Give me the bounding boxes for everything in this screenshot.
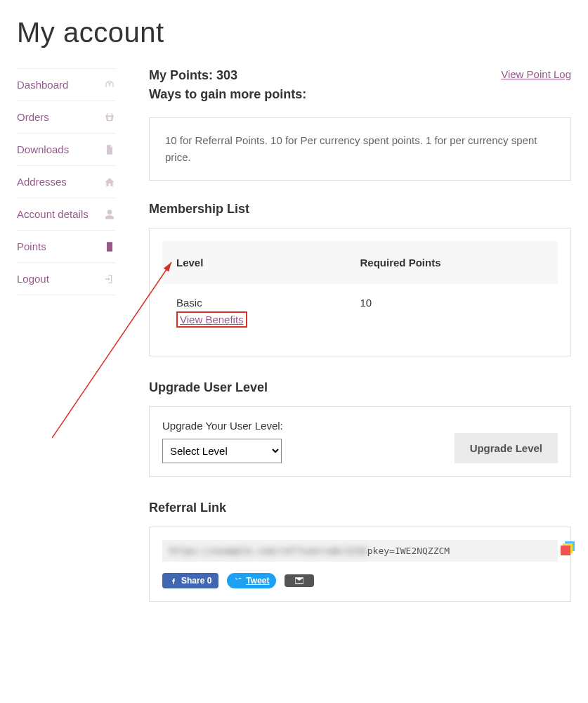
sidebar-item-account-details[interactable]: Account details bbox=[17, 198, 115, 230]
envelope-icon bbox=[294, 577, 304, 584]
sidebar-item-logout[interactable]: Logout bbox=[17, 262, 115, 295]
user-icon bbox=[104, 209, 115, 220]
basket-icon bbox=[104, 112, 115, 123]
referral-heading: Referral Link bbox=[149, 501, 571, 515]
level-select[interactable]: Select Level bbox=[162, 439, 282, 463]
twitter-tweet-button[interactable]: Tweet bbox=[227, 573, 276, 588]
sidebar-item-label: Points bbox=[17, 240, 46, 252]
required-points-value: 10 bbox=[360, 297, 544, 328]
upgrade-label: Upgrade Your User Level: bbox=[162, 420, 283, 432]
view-point-log-link[interactable]: View Point Log bbox=[501, 68, 571, 80]
sidebar-item-label: Orders bbox=[17, 111, 49, 123]
sidebar-item-orders[interactable]: Orders bbox=[17, 101, 115, 133]
col-level: Level bbox=[176, 257, 360, 269]
page-title: My account bbox=[17, 17, 571, 49]
referral-visible: pkey=IWE2NQZZCM bbox=[367, 546, 450, 556]
sidebar-item-label: Addresses bbox=[17, 176, 67, 188]
document-icon bbox=[104, 241, 115, 252]
view-benefits-link[interactable]: View Benefits bbox=[176, 311, 247, 328]
sidebar-item-label: Downloads bbox=[17, 143, 69, 155]
upgrade-heading: Upgrade User Level bbox=[149, 380, 571, 395]
sidebar-item-dashboard[interactable]: Dashboard bbox=[17, 68, 115, 101]
facebook-share-button[interactable]: Share 0 bbox=[162, 573, 218, 588]
level-name: Basic bbox=[176, 297, 360, 309]
referral-blurred: https://example.com/ref?user=abc123& bbox=[169, 546, 367, 556]
upgrade-card: Upgrade Your User Level: Select Level Up… bbox=[149, 406, 571, 477]
sidebar-item-label: Logout bbox=[17, 273, 49, 285]
my-points-heading: My Points: 303 bbox=[149, 68, 237, 83]
referral-card: https://example.com/ref?user=abc123&pkey… bbox=[149, 527, 571, 602]
logout-icon bbox=[104, 273, 115, 285]
membership-card: Level Required Points Basic View Benefit… bbox=[149, 228, 571, 356]
ways-heading: Ways to gain more points: bbox=[149, 87, 571, 102]
col-required: Required Points bbox=[360, 257, 544, 269]
upgrade-level-button[interactable]: Upgrade Level bbox=[455, 433, 558, 463]
file-icon bbox=[104, 144, 115, 155]
sidebar-item-addresses[interactable]: Addresses bbox=[17, 165, 115, 198]
sidebar-item-points[interactable]: Points bbox=[17, 230, 115, 262]
referral-link-box[interactable]: https://example.com/ref?user=abc123&pkey… bbox=[162, 540, 558, 562]
copy-icon[interactable] bbox=[562, 541, 575, 554]
membership-heading: Membership List bbox=[149, 202, 571, 217]
ways-info-box: 10 for Referral Points. 10 for Per curre… bbox=[149, 117, 571, 181]
home-icon bbox=[104, 176, 115, 188]
sidebar-item-downloads[interactable]: Downloads bbox=[17, 133, 115, 165]
email-share-button[interactable] bbox=[285, 574, 314, 587]
table-header: Level Required Points bbox=[162, 241, 558, 284]
dashboard-icon bbox=[104, 79, 115, 91]
sidebar-item-label: Dashboard bbox=[17, 79, 68, 91]
account-sidebar: Dashboard Orders Downloads Addresses Acc… bbox=[17, 68, 115, 626]
sidebar-item-label: Account details bbox=[17, 208, 89, 220]
table-row: Basic View Benefits 10 bbox=[162, 284, 558, 343]
